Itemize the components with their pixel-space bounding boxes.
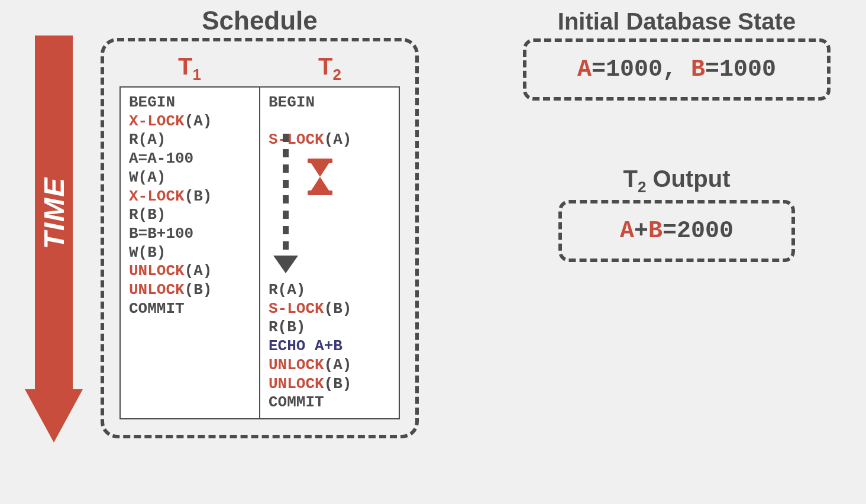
t2-echo: ECHO A+B	[269, 337, 390, 356]
right-column: Initial Database State A=1000, B=1000 T2…	[523, 8, 831, 262]
blank	[269, 225, 390, 244]
t2-output-box: A+B=2000	[558, 200, 795, 262]
t1-read-b: R(B)	[129, 206, 251, 225]
header-t1: T1	[119, 53, 260, 86]
blank	[269, 112, 390, 131]
initial-state-title: Initial Database State	[523, 8, 831, 35]
var-b: B	[691, 56, 705, 83]
initial-state-box: A=1000, B=1000	[523, 38, 831, 101]
t2-unlock-a: UNLOCK(A)	[269, 356, 390, 375]
t1-xlock-a: X-LOCK(A)	[129, 112, 251, 131]
t1-commit: COMMIT	[129, 300, 251, 319]
blank	[129, 319, 251, 338]
blank	[269, 188, 390, 206]
t1-assign-b: B=B+100	[129, 225, 251, 244]
t1-write-a: W(A)	[129, 169, 251, 188]
var-a: A	[577, 56, 592, 83]
time-label: TIME	[38, 177, 70, 250]
t2-read-b: R(B)	[269, 318, 390, 337]
schedule-table: BEGIN X-LOCK(A) R(A) A=A-100 W(A) X-LOCK…	[119, 86, 400, 419]
time-arrow-head	[25, 389, 83, 442]
t2-slock-b: S-LOCK(B)	[269, 300, 390, 319]
t2-column: BEGIN S-LOCK(A) R(A) S-LOCK(B) R(B) ECHO…	[260, 88, 399, 418]
t1-assign-a: A=A-100	[129, 150, 251, 169]
header-t2: T2	[260, 53, 400, 86]
t1-unlock-a: UNLOCK(A)	[129, 262, 251, 281]
blank	[269, 244, 390, 263]
t1-column: BEGIN X-LOCK(A) R(A) A=A-100 W(A) X-LOCK…	[121, 88, 260, 418]
blank	[269, 206, 390, 225]
out-var-a: A	[620, 218, 634, 244]
a-value: =1000,	[592, 56, 691, 83]
initial-state-section: Initial Database State A=1000, B=1000	[523, 8, 831, 101]
out-value: =2000	[663, 218, 733, 244]
out-plus: +	[634, 218, 648, 244]
t1-begin: BEGIN	[129, 93, 251, 112]
out-var-b: B	[648, 218, 663, 244]
schedule-box: T1 T2 BEGIN X-LOCK(A) R(A) A=A-100 W(A) …	[101, 38, 419, 438]
blank	[129, 356, 251, 375]
t2-output-section: T2 Output A+B=2000	[523, 166, 831, 262]
blank	[269, 169, 390, 188]
t2-unlock-b: UNLOCK(B)	[269, 375, 390, 394]
schedule-section: Schedule T1 T2 BEGIN X-LOCK(A) R(A) A=A-…	[101, 6, 419, 438]
schedule-title: Schedule	[101, 6, 419, 35]
t2-read-a: R(A)	[269, 281, 390, 300]
t2-commit: COMMIT	[269, 393, 390, 412]
b-value: =1000	[705, 56, 776, 83]
t2-output-title: T2 Output	[523, 166, 831, 196]
blank	[129, 337, 251, 356]
t1-xlock-b: X-LOCK(B)	[129, 188, 251, 206]
t1-unlock-b: UNLOCK(B)	[129, 281, 251, 300]
blank	[129, 375, 251, 394]
t2-begin: BEGIN	[269, 93, 390, 112]
t1-read-a: R(A)	[129, 131, 251, 150]
time-arrow: TIME	[25, 35, 83, 442]
t1-write-b: W(B)	[129, 244, 251, 263]
blank	[269, 150, 390, 169]
blank	[269, 262, 390, 281]
blank	[129, 393, 251, 412]
schedule-headers: T1 T2	[119, 53, 400, 86]
t2-slock-a: S-LOCK(A)	[269, 131, 390, 150]
